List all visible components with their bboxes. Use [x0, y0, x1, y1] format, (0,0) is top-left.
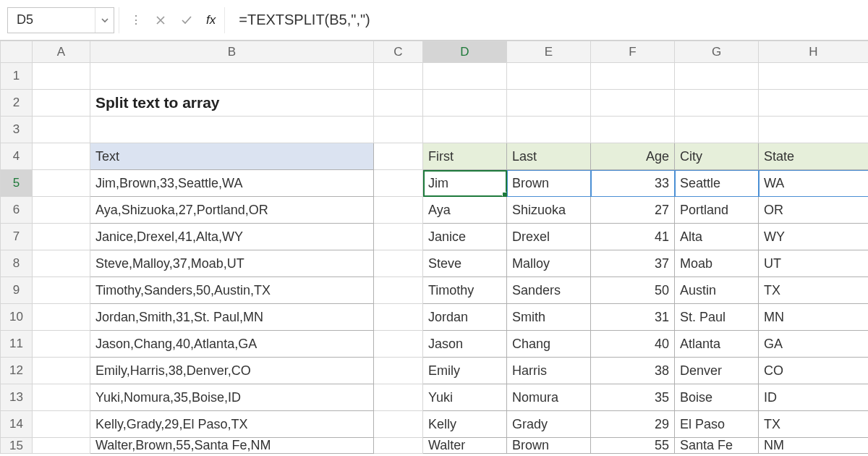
- row-header[interactable]: 3: [1, 117, 33, 143]
- cell[interactable]: [423, 117, 507, 143]
- insert-function-button[interactable]: fx: [202, 13, 220, 28]
- formula-input[interactable]: [233, 7, 861, 33]
- cell-text[interactable]: Steve,Malloy,37,Moab,UT: [90, 250, 374, 277]
- cell[interactable]: [374, 117, 423, 143]
- cell-city[interactable]: Portland: [675, 197, 759, 224]
- cell-first[interactable]: Timothy: [423, 277, 507, 304]
- cell-state[interactable]: TX: [759, 277, 869, 304]
- cell-age[interactable]: 37: [591, 250, 675, 277]
- table-header-last[interactable]: Last: [507, 143, 591, 170]
- cell[interactable]: [33, 411, 90, 438]
- cell-first[interactable]: Steve: [423, 250, 507, 277]
- cell[interactable]: [374, 63, 423, 90]
- cell-city[interactable]: Alta: [675, 224, 759, 250]
- cell[interactable]: [374, 224, 423, 250]
- cell[interactable]: [591, 117, 675, 143]
- table-header-age[interactable]: Age: [591, 143, 675, 170]
- cell[interactable]: [33, 304, 90, 331]
- cell[interactable]: [374, 438, 423, 454]
- cell-first[interactable]: Aya: [423, 197, 507, 224]
- cell-city[interactable]: Santa Fe: [675, 438, 759, 454]
- cell-city[interactable]: Denver: [675, 358, 759, 384]
- row-header[interactable]: 8: [1, 250, 33, 277]
- row-header[interactable]: 2: [1, 90, 33, 117]
- cell-age[interactable]: 50: [591, 277, 675, 304]
- spreadsheet-grid[interactable]: A B C D E F G H 1 2 Split text to array: [0, 41, 868, 454]
- col-header-c[interactable]: C: [374, 41, 423, 63]
- cell-first[interactable]: Janice: [423, 224, 507, 250]
- cell[interactable]: [90, 63, 374, 90]
- cell-state[interactable]: GA: [759, 331, 869, 358]
- cell-last[interactable]: Sanders: [507, 277, 591, 304]
- page-title[interactable]: Split text to array: [90, 90, 374, 117]
- cell[interactable]: [374, 143, 423, 170]
- table-header-city[interactable]: City: [675, 143, 759, 170]
- cell-city[interactable]: Seattle: [675, 170, 759, 197]
- cell[interactable]: [33, 250, 90, 277]
- cell[interactable]: [33, 224, 90, 250]
- cell-age[interactable]: 35: [591, 384, 675, 411]
- cell-city[interactable]: Austin: [675, 277, 759, 304]
- cell-first[interactable]: Jordan: [423, 304, 507, 331]
- col-header-b[interactable]: B: [90, 41, 374, 63]
- cell-first[interactable]: Emily: [423, 358, 507, 384]
- cell[interactable]: [759, 90, 869, 117]
- cell[interactable]: [675, 90, 759, 117]
- cell[interactable]: [33, 438, 90, 454]
- cell-text[interactable]: Timothy,Sanders,50,Austin,TX: [90, 277, 374, 304]
- cell-text[interactable]: Walter,Brown,55,Santa Fe,NM: [90, 438, 374, 454]
- cell-age[interactable]: 31: [591, 304, 675, 331]
- table-header-first[interactable]: First: [423, 143, 507, 170]
- cell[interactable]: [33, 384, 90, 411]
- enter-button[interactable]: [176, 9, 197, 31]
- col-header-h[interactable]: H: [759, 41, 869, 63]
- row-header[interactable]: 4: [1, 143, 33, 170]
- cell-state[interactable]: WY: [759, 224, 869, 250]
- cell[interactable]: [33, 277, 90, 304]
- row-header[interactable]: 12: [1, 358, 33, 384]
- cell-age[interactable]: 55: [591, 438, 675, 454]
- cell-text[interactable]: Aya,Shizuoka,27,Portland,OR: [90, 197, 374, 224]
- cell-text[interactable]: Jordan,Smith,31,St. Paul,MN: [90, 304, 374, 331]
- cell-age[interactable]: 29: [591, 411, 675, 438]
- table-header-text[interactable]: Text: [90, 143, 374, 170]
- cell-state[interactable]: WA: [759, 170, 869, 197]
- cell-text[interactable]: Kelly,Grady,29,El Paso,TX: [90, 411, 374, 438]
- cell-state[interactable]: UT: [759, 250, 869, 277]
- cell[interactable]: [374, 170, 423, 197]
- name-box-dropdown[interactable]: [95, 8, 114, 33]
- cell[interactable]: [33, 197, 90, 224]
- cell-city[interactable]: Moab: [675, 250, 759, 277]
- cell-state[interactable]: ID: [759, 384, 869, 411]
- row-header[interactable]: 11: [1, 331, 33, 358]
- cancel-button[interactable]: [150, 9, 171, 31]
- cell-last[interactable]: Smith: [507, 304, 591, 331]
- cell[interactable]: [374, 197, 423, 224]
- cell-text[interactable]: Janice,Drexel,41,Alta,WY: [90, 224, 374, 250]
- cell-city[interactable]: St. Paul: [675, 304, 759, 331]
- cell-state[interactable]: OR: [759, 197, 869, 224]
- cell-text[interactable]: Yuki,Nomura,35,Boise,ID: [90, 384, 374, 411]
- cell[interactable]: [591, 63, 675, 90]
- cell-last[interactable]: Drexel: [507, 224, 591, 250]
- cell[interactable]: [33, 63, 90, 90]
- cell[interactable]: [423, 90, 507, 117]
- cell[interactable]: [33, 358, 90, 384]
- cell[interactable]: [374, 411, 423, 438]
- cell-first[interactable]: Jason: [423, 331, 507, 358]
- select-all-corner[interactable]: [1, 41, 33, 63]
- cell-age[interactable]: 40: [591, 331, 675, 358]
- col-header-e[interactable]: E: [507, 41, 591, 63]
- cell[interactable]: [423, 63, 507, 90]
- cell-first[interactable]: Walter: [423, 438, 507, 454]
- cell[interactable]: [675, 63, 759, 90]
- cell-last[interactable]: Brown: [507, 438, 591, 454]
- cell[interactable]: [591, 90, 675, 117]
- cell[interactable]: [374, 358, 423, 384]
- cell[interactable]: [90, 117, 374, 143]
- row-header[interactable]: 10: [1, 304, 33, 331]
- cell-age[interactable]: 27: [591, 197, 675, 224]
- cell-age[interactable]: 41: [591, 224, 675, 250]
- cell-age[interactable]: 33: [591, 170, 675, 197]
- namebox-resize-handle[interactable]: ⋮: [127, 13, 145, 27]
